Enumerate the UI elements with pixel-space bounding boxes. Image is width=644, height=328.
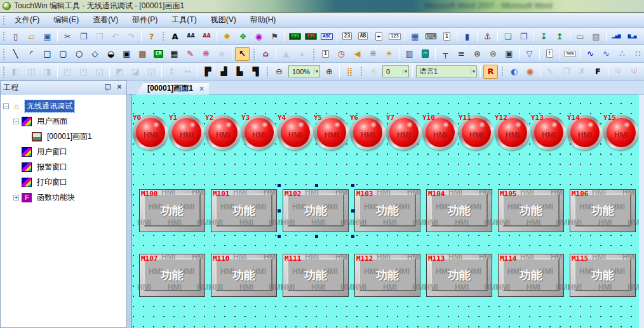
selection-handle[interactable]: [351, 235, 354, 238]
menu-item-4[interactable]: 工具(T): [164, 13, 203, 27]
indicator-lamp-Y3[interactable]: HMIY3: [241, 115, 277, 150]
address-select[interactable]: 0▾: [382, 65, 409, 77]
indicator-lamp-Y13[interactable]: HMIY13: [531, 115, 567, 150]
bar-graph-button[interactable]: ▂▅▇: [609, 29, 624, 43]
toolbar-grip[interactable]: [265, 65, 269, 77]
cm-part-button[interactable]: CM: [151, 47, 166, 61]
blank-rect-button[interactable]: ▭: [573, 29, 587, 43]
function-button-M111[interactable]: HMIHMIHMIHMIHMIHMIHMI功能M111: [283, 254, 349, 297]
toolbar-grip[interactable]: [252, 48, 256, 60]
clock-display-button[interactable]: 23: [340, 29, 354, 43]
selection-handle[interactable]: [315, 235, 318, 238]
open-file-button[interactable]: ▱: [24, 29, 39, 43]
expand-icon[interactable]: +: [13, 195, 19, 200]
tab-screen1[interactable]: [00001]画面1 ×: [136, 82, 209, 95]
keyboard-button[interactable]: ⌨: [424, 29, 438, 43]
zoom-out-button[interactable]: ⊖: [272, 65, 286, 79]
pump-part-button[interactable]: ⊛: [470, 47, 485, 61]
sparkle-button[interactable]: ❋: [366, 47, 380, 61]
preview-user-button[interactable]: ◉: [523, 65, 537, 79]
key-one-button[interactable]: 1: [439, 29, 454, 43]
function-button-M106[interactable]: HMIHMIHMIHMIHMIHMIHMI功能M106: [570, 189, 636, 232]
paste-button[interactable]: ❒: [92, 29, 107, 43]
led-display-green-button[interactable]: 999: [288, 29, 302, 43]
toolbar-grip[interactable]: [500, 65, 504, 77]
dropdown-arrow-icon[interactable]: ▾: [314, 69, 318, 74]
qr-code-button[interactable]: ▦: [167, 47, 182, 61]
tree-item-3[interactable]: 用户窗口: [1, 144, 126, 159]
indicator-lamp-button[interactable]: ✹: [220, 29, 234, 43]
indicator-lamp-Y10[interactable]: HMIY10: [422, 115, 458, 150]
funnel-part-button[interactable]: ▽: [522, 47, 537, 61]
xy-chart-button[interactable]: ∷: [631, 47, 644, 61]
font-enlarge-button[interactable]: AA: [184, 29, 198, 43]
frame-tool-button[interactable]: ▣: [119, 47, 134, 61]
selection-handle[interactable]: [351, 184, 354, 187]
indicator-ring-button[interactable]: ◉: [252, 29, 266, 43]
menu-item-0[interactable]: 文件(F): [8, 13, 46, 27]
snap-right-button[interactable]: ▜: [248, 65, 263, 79]
dropdown-arrow-icon[interactable]: ▾: [403, 69, 407, 74]
redo-button[interactable]: ↷: [124, 29, 138, 43]
mountain-button[interactable]: ▲: [279, 47, 293, 61]
panel-close-icon[interactable]: ×: [115, 83, 124, 92]
equal-v-space-button[interactable]: ↕: [164, 65, 179, 79]
tree-item-0[interactable]: -⌂无线通讯调试: [1, 98, 126, 114]
clock-part-button[interactable]: ◷: [334, 47, 349, 61]
help-button[interactable]: ?: [144, 29, 159, 43]
screen-canvas[interactable]: HMIY0HMIY1HMIY2HMIY3HMIY4HMIY5HMIY6HMIY7…: [131, 95, 639, 328]
machine-part-button[interactable]: ▣: [502, 47, 516, 61]
station-button[interactable]: +: [372, 29, 386, 43]
mountain-small-button[interactable]: ▲: [295, 47, 309, 61]
menu-item-5[interactable]: 视图(V): [204, 13, 243, 27]
align-bottom-button[interactable]: ◱: [92, 65, 107, 79]
snap-bottom-button[interactable]: ▟: [217, 65, 231, 79]
data-download-button[interactable]: ↧: [537, 29, 551, 43]
tree-item-1[interactable]: -用户画面: [1, 114, 126, 129]
align-middle-button[interactable]: ◳: [76, 65, 91, 79]
indicator-lamp-Y5[interactable]: HMIY5: [314, 115, 349, 150]
r-mode-button[interactable]: R: [483, 65, 498, 79]
color-ball-button[interactable]: ❋: [199, 47, 213, 61]
selection-handle[interactable]: [278, 184, 281, 187]
preview-status-button[interactable]: ◐: [507, 65, 521, 79]
hand-tool-button[interactable]: ☝: [366, 65, 380, 79]
cut-button[interactable]: ✂: [60, 29, 75, 43]
indicator-lamp-Y12[interactable]: HMIY12: [495, 115, 530, 150]
tree-item-2[interactable]: [00001]画面1: [1, 129, 126, 144]
menubar-grip[interactable]: [2, 15, 6, 25]
align-left-button[interactable]: ◧: [8, 65, 23, 79]
snap-left-button[interactable]: ▙: [232, 65, 247, 79]
function-button-M107[interactable]: HMIHMIHMIHMIHMIHMIHMI功能M107: [139, 254, 205, 297]
function-key-button[interactable]: F: [591, 65, 605, 79]
function-button-M113[interactable]: HMIHMIHMIHMIHMIHMIHMI功能M113: [426, 254, 492, 297]
antenna-button[interactable]: Ψ: [611, 65, 626, 79]
flag-part-button[interactable]: ⚑: [267, 29, 282, 43]
indicator-lamp-Y15[interactable]: HMIY15: [603, 115, 639, 150]
edit-note-button[interactable]: ✎: [543, 65, 558, 79]
font-shrink-button[interactable]: AA: [199, 29, 214, 43]
polygon-tool-button[interactable]: ◇: [88, 47, 102, 61]
same-width-button[interactable]: ◩: [112, 65, 127, 79]
function-button-M110[interactable]: HMIHMIHMIHMIHMIHMIHMI功能M110: [211, 254, 277, 297]
fan-part-button[interactable]: ⊛: [486, 47, 500, 61]
data-upload-button[interactable]: ↥: [553, 29, 567, 43]
ellipse-tool-button[interactable]: ○: [72, 47, 86, 61]
paint-brush-button[interactable]: ✎: [183, 47, 198, 61]
function-button-M101[interactable]: HMIHMIHMIHMIHMIHMIHMI功能M101: [211, 189, 277, 232]
save-button[interactable]: ▣: [40, 29, 55, 43]
tree-item-6[interactable]: +F函数功能块: [1, 190, 126, 205]
select-cursor-button[interactable]: ↖: [235, 47, 250, 61]
dropdown-arrow-icon[interactable]: ▾: [471, 69, 475, 74]
level-bar-button[interactable]: ▮: [460, 29, 474, 43]
bar-graph-2-button[interactable]: ▇▂▅: [625, 29, 640, 43]
tree-item-5[interactable]: 打印窗口: [1, 174, 126, 190]
tree-item-4[interactable]: 报警窗口: [1, 159, 126, 174]
delete-button[interactable]: ✗: [575, 65, 589, 79]
digital-input-button[interactable]: 123: [387, 29, 402, 43]
report-doc-button[interactable]: !: [542, 47, 557, 61]
function-button-M100[interactable]: HMIHMIHMIHMIHMIHMIHMI功能M100: [139, 189, 205, 232]
selection-handle[interactable]: [278, 235, 281, 238]
conveyor-part-button[interactable]: ≡: [454, 47, 469, 61]
function-button-M115[interactable]: HMIHMIHMIHMIHMIHMIHMI功能M115: [570, 254, 636, 297]
